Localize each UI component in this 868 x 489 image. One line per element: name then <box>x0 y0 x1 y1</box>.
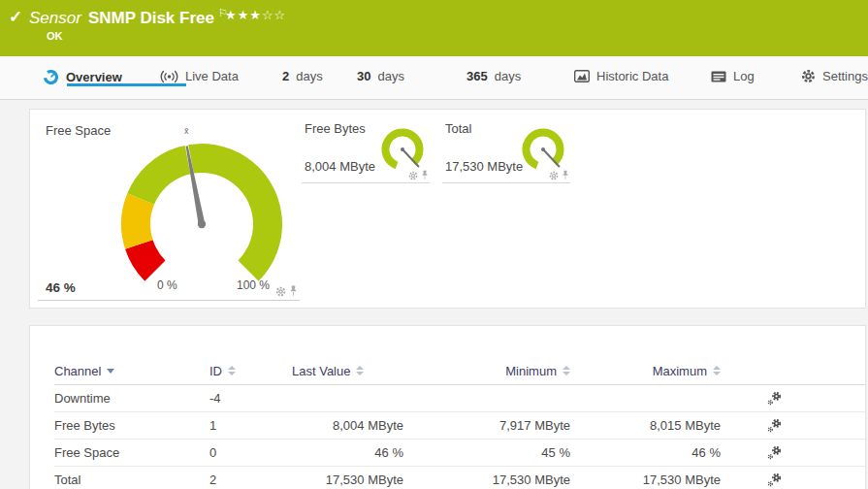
priority-stars[interactable]: ★★★☆☆ <box>225 8 286 22</box>
table-row-total: Total 2 17,530 MByte 17,530 MByte 17,530… <box>54 467 865 489</box>
gauge-settings-gear-icon[interactable] <box>549 171 559 180</box>
column-header-last-value[interactable]: Last Value <box>292 364 403 378</box>
gauge-value-label: 17,530 MByte <box>445 159 523 174</box>
gauge-title: Free Space <box>46 123 111 138</box>
tab-label: days <box>377 69 403 83</box>
table-row-free-space: Free Space 0 46 % 45 % 46 % <box>54 440 865 467</box>
column-header-minimum[interactable]: Minimum <box>403 364 570 378</box>
maximum-value: 46 % <box>570 445 721 460</box>
tab-historic-data[interactable]: Historic Data <box>574 69 668 83</box>
channel-id: 2 <box>209 473 292 487</box>
status-check-icon: ✓ <box>9 7 22 27</box>
sensor-name: SNMP Disk Free <box>88 9 214 27</box>
last-value: 46 % <box>292 445 403 460</box>
maximum-value: 8,015 MByte <box>570 418 721 433</box>
gauge-icon <box>43 69 59 85</box>
object-type-label: Sensor <box>29 9 81 27</box>
channel-name: Downtime <box>54 391 209 406</box>
gear-icon <box>801 69 816 83</box>
last-value: 8,004 MByte <box>292 418 403 433</box>
stars-filled[interactable]: ★★★ <box>225 8 262 22</box>
channel-id: -4 <box>209 391 292 406</box>
channel-id: 0 <box>209 445 292 460</box>
tab-30-days[interactable]: 30 days <box>357 69 404 83</box>
sort-desc-icon <box>107 369 114 374</box>
gauge-settings-gear-icon[interactable] <box>408 171 418 180</box>
total-gauge-cell: Total 17,530 MByte <box>442 117 570 183</box>
tab-overview[interactable]: Overview <box>43 69 122 85</box>
pin-icon[interactable] <box>562 170 569 180</box>
channel-table-header: Channel ID Last Value Minimum Maximum <box>54 357 865 385</box>
channel-settings-gears-icon[interactable] <box>767 418 782 433</box>
sensor-title-line: SensorSNMP Disk Free⚐ <box>29 7 228 28</box>
active-tab-underline <box>67 83 186 86</box>
channel-id: 1 <box>209 418 292 433</box>
free-bytes-gauge-cell: Free Bytes 8,004 MByte <box>302 117 430 183</box>
column-header-channel[interactable]: Channel <box>54 364 209 378</box>
gauge-settings-gear-icon[interactable] <box>275 286 286 297</box>
tab-live-data[interactable]: Live Data <box>160 69 239 83</box>
tab-log[interactable]: Log <box>711 69 755 83</box>
table-row-downtime: Downtime -4 <box>54 385 865 412</box>
tab-label: days <box>495 69 521 83</box>
average-marker: x̄ <box>184 126 189 136</box>
column-header-id[interactable]: ID <box>209 364 292 378</box>
sensor-header: ✓ SensorSNMP Disk Free⚐ ★★★☆☆ OK <box>0 0 868 56</box>
sort-icon <box>356 366 364 375</box>
minimum-value: 17,530 MByte <box>403 473 570 487</box>
channel-name: Free Bytes <box>54 418 209 433</box>
sort-icon <box>228 366 236 375</box>
tab-label: Log <box>733 69 755 83</box>
tab-number: 2 <box>282 69 289 83</box>
stars-empty[interactable]: ☆☆ <box>262 8 286 22</box>
tab-settings[interactable]: Settings <box>801 69 868 83</box>
minimum-value: 45 % <box>403 445 570 460</box>
last-value: 17,530 MByte <box>292 473 403 487</box>
channel-table-panel: Channel ID Last Value Minimum Maximum Do… <box>29 325 866 489</box>
table-row-free-bytes: Free Bytes 1 8,004 MByte 7,917 MByte 8,0… <box>54 412 865 440</box>
free-space-gauge-cell: Free Space x̄ 46 % 0 % 100 % <box>38 115 300 301</box>
sort-icon <box>563 366 570 375</box>
tab-number: 365 <box>466 69 488 83</box>
column-header-maximum[interactable]: Maximum <box>570 364 721 378</box>
chart-icon <box>574 70 590 82</box>
channel-settings-gears-icon[interactable] <box>767 391 782 406</box>
pin-icon[interactable] <box>289 285 298 297</box>
live-broadcast-icon <box>160 70 178 83</box>
tab-label: Overview <box>66 70 122 84</box>
total-mini-gauge <box>519 126 567 175</box>
tab-label: Settings <box>822 69 868 83</box>
gauge-value-label: 8,004 MByte <box>305 159 375 174</box>
channel-name: Free Space <box>54 445 209 460</box>
tab-label: days <box>296 69 322 83</box>
tab-label: Live Data <box>185 69 239 83</box>
pin-icon[interactable] <box>421 170 429 180</box>
status-badge: OK <box>47 30 63 42</box>
channel-settings-gears-icon[interactable] <box>767 473 782 487</box>
tab-label: Historic Data <box>596 69 668 83</box>
tab-365-days[interactable]: 365 days <box>466 69 521 83</box>
tab-bar: Overview Live Data 2 days 30 days 365 da… <box>0 56 868 100</box>
tab-number: 30 <box>357 69 370 83</box>
gauge-title: Free Bytes <box>305 121 366 136</box>
scale-min-label: 0 % <box>157 278 177 292</box>
gauge-title: Total <box>445 121 471 136</box>
maximum-value: 17,530 MByte <box>570 473 721 487</box>
channel-name: Total <box>54 473 209 487</box>
free-space-gauge <box>85 142 318 307</box>
sort-icon <box>713 366 721 375</box>
channel-settings-gears-icon[interactable] <box>767 445 782 460</box>
minimum-value: 7,917 MByte <box>403 418 570 433</box>
tab-2-days[interactable]: 2 days <box>282 69 323 83</box>
log-list-icon <box>711 71 726 82</box>
current-value-label: 46 % <box>46 280 76 295</box>
scale-max-label: 100 % <box>237 278 270 292</box>
free-bytes-mini-gauge <box>378 126 427 175</box>
overview-gauges-panel: Free Space x̄ 46 % 0 % 100 % Free Bytes <box>29 109 866 309</box>
